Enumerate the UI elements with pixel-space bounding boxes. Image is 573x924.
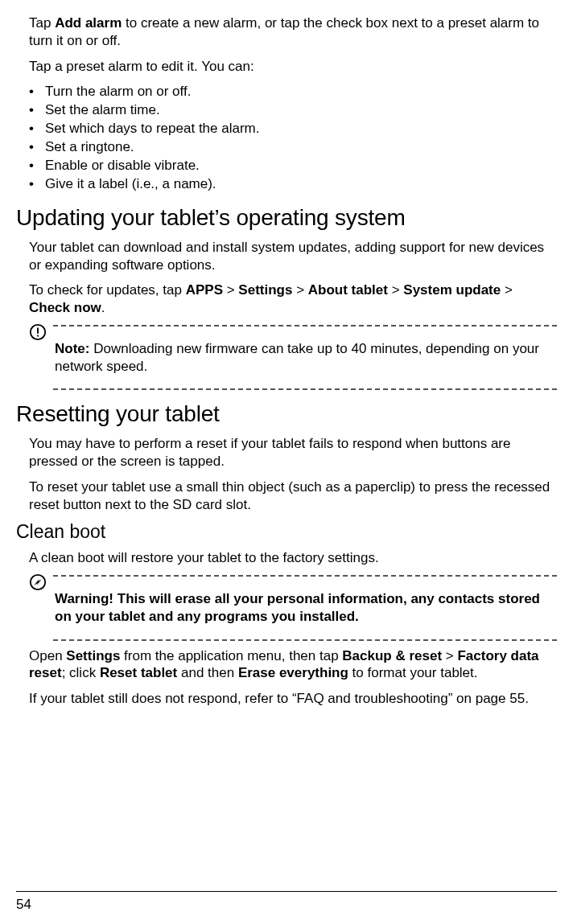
bold-text: Add alarm [55, 15, 122, 31]
text: > [501, 282, 513, 298]
text: > [292, 282, 307, 298]
intro-paragraph-1: Tap Add alarm to create a new alarm, or … [29, 14, 557, 50]
intro-paragraph-2: Tap a preset alarm to edit it. You can: [29, 58, 557, 76]
note-text: Note: Downloading new firmware can take … [55, 340, 557, 376]
resetting-paragraph-2: To reset your tablet use a small thin ob… [29, 478, 557, 514]
bold-text: Check now [29, 300, 101, 315]
cleanboot-paragraph-3: If your tablet still does not respond, r… [29, 690, 557, 708]
text: Downloading new firmware can take up to … [55, 341, 539, 374]
list-item: Enable or disable vibrate. [29, 157, 557, 175]
bold-text: System update [403, 282, 501, 298]
manual-page: Tap Add alarm to create a new alarm, or … [0, 0, 573, 924]
warning-callout: Warning! This will erase all your person… [29, 575, 557, 641]
updating-paragraph-1: Your tablet can download and install sys… [29, 239, 557, 274]
text: ; click [62, 665, 100, 680]
heading-resetting: Resetting your tablet [16, 401, 557, 427]
bold-text: Reset tablet [100, 665, 177, 680]
list-item: Set which days to repeat the alarm. [29, 120, 557, 138]
list-item: Give it a label (i.e., a name). [29, 175, 557, 194]
svg-rect-1 [37, 327, 39, 333]
dashed-rule [53, 575, 557, 577]
note-icon [29, 323, 47, 344]
alarm-options-list: Turn the alarm on or off. Set the alarm … [29, 83, 557, 194]
cleanboot-paragraph-1: A clean boot will restore your tablet to… [29, 549, 557, 567]
bold-text: Settings [238, 282, 292, 298]
dashed-rule [53, 325, 557, 326]
text: > [388, 282, 403, 298]
bold-text: APPS [186, 282, 223, 298]
text: > [223, 282, 238, 298]
warning-text: Warning! This will erase all your person… [55, 590, 557, 626]
text: . [101, 300, 105, 315]
text: from the application menu, then tap [120, 648, 342, 663]
dashed-rule [53, 639, 557, 641]
note-callout: Note: Downloading new firmware can take … [29, 325, 557, 391]
list-item: Turn the alarm on or off. [29, 83, 557, 101]
list-item: Set a ringtone. [29, 138, 557, 157]
resetting-paragraph-1: You may have to perform a reset if your … [29, 435, 557, 470]
bold-text: Erase everything [238, 665, 348, 680]
text: to format your tablet. [348, 665, 478, 680]
warning-icon [29, 573, 47, 594]
text: > [442, 648, 457, 663]
svg-rect-2 [37, 335, 39, 337]
list-item: Set the alarm time. [29, 101, 557, 120]
text: To check for updates, tap [29, 282, 186, 298]
dashed-rule [53, 388, 557, 390]
updating-paragraph-2: To check for updates, tap APPS > Setting… [29, 281, 557, 317]
heading-clean-boot: Clean boot [16, 521, 557, 543]
text: Open [29, 648, 66, 663]
page-number: 54 [16, 897, 31, 913]
bold-text: Backup & reset [342, 648, 442, 663]
heading-updating: Updating your tablet’s operating system [16, 205, 557, 231]
note-label: Note: [55, 341, 89, 356]
text: and then [177, 665, 238, 680]
bold-text: Settings [66, 648, 120, 663]
cleanboot-paragraph-2: Open Settings from the application menu,… [29, 647, 557, 683]
text: Tap [29, 15, 55, 31]
footer-rule [16, 891, 557, 892]
bold-text: About tablet [308, 282, 388, 298]
